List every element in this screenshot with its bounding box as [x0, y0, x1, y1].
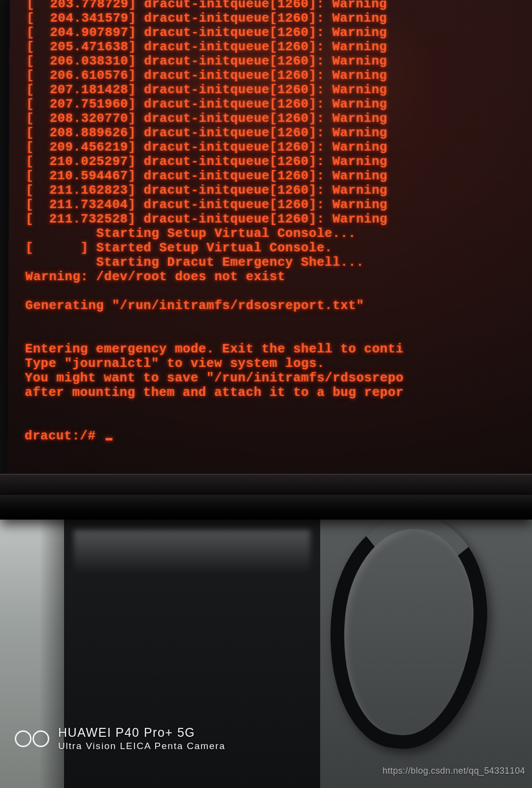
boot-log-line: [ 205.471638] dracut-initqueue[1260]: Wa… — [26, 40, 532, 54]
shell-prompt[interactable]: dracut:/# — [25, 429, 532, 443]
boot-log-line: Starting Setup Virtual Console... — [26, 227, 532, 241]
boot-log-line: [ 203.778729] dracut-initqueue[1260]: Wa… — [27, 0, 532, 11]
screen: [ 203.778729] dracut-initqueue[1260]: Wa… — [7, 0, 532, 483]
photo-scene: [ 203.778729] dracut-initqueue[1260]: Wa… — [0, 0, 532, 788]
boot-log-line — [25, 328, 532, 342]
boot-log-line: [ 210.025297] dracut-initqueue[1260]: Wa… — [26, 155, 532, 169]
boot-log-line — [25, 284, 532, 298]
terminal-output: [ 203.778729] dracut-initqueue[1260]: Wa… — [25, 0, 532, 443]
bezel-bottom-strip — [0, 474, 532, 494]
boot-log-line: [ ] Started Setup Virtual Console. — [26, 241, 532, 255]
boot-log-line: [ 211.162823] dracut-initqueue[1260]: Wa… — [26, 183, 532, 197]
boot-log-line: [ 208.320770] dracut-initqueue[1260]: Wa… — [26, 111, 532, 126]
watermark-line1: HUAWEI P40 Pro+ 5G — [58, 725, 226, 740]
cable-area — [320, 520, 532, 788]
boot-log-line: [ 208.889626] dracut-initqueue[1260]: Wa… — [26, 126, 532, 140]
monitor-bezel: [ 203.778729] dracut-initqueue[1260]: Wa… — [0, 0, 532, 495]
boot-log-line — [25, 415, 532, 429]
boot-log-line: Type "journalctl" to view system logs. — [25, 357, 532, 371]
camera-watermark: HUAWEI P40 Pro+ 5G Ultra Vision LEICA Pe… — [15, 725, 226, 752]
csdn-source-url: https://blog.csdn.net/qq_54331104 — [383, 766, 525, 776]
boot-log-line: [ 209.456219] dracut-initqueue[1260]: Wa… — [26, 140, 532, 155]
boot-log-line: [ 211.732528] dracut-initqueue[1260]: Wa… — [26, 212, 532, 227]
boot-log-line: Generating "/run/initramfs/rdsosreport.t… — [25, 298, 532, 313]
boot-log-line: after mounting them and attach it to a b… — [25, 386, 532, 400]
boot-log-line: Starting Dracut Emergency Shell... — [25, 255, 532, 269]
monitor-chin — [0, 495, 532, 520]
boot-log-line: [ 206.610576] dracut-initqueue[1260]: Wa… — [26, 68, 532, 83]
leica-icon — [15, 730, 49, 747]
boot-log-line: [ 204.341579] dracut-initqueue[1260]: Wa… — [27, 11, 532, 26]
rack-highlight — [74, 529, 310, 574]
boot-log-line: Entering emergency mode. Exit the shell … — [25, 342, 532, 356]
cursor — [105, 438, 112, 440]
boot-log-line: [ 211.732404] dracut-initqueue[1260]: Wa… — [26, 197, 532, 212]
display-cable — [318, 507, 498, 756]
monitor: [ 203.778729] dracut-initqueue[1260]: Wa… — [0, 0, 532, 520]
boot-log-line: [ 206.038310] dracut-initqueue[1260]: Wa… — [26, 54, 532, 68]
boot-log-line: [ 204.907897] dracut-initqueue[1260]: Wa… — [27, 26, 532, 40]
boot-log-line — [25, 313, 532, 328]
boot-log-line: [ 207.751960] dracut-initqueue[1260]: Wa… — [26, 97, 532, 111]
watermark-text: HUAWEI P40 Pro+ 5G Ultra Vision LEICA Pe… — [58, 725, 226, 752]
screen-glow — [124, 0, 438, 173]
boot-log-line: [ 210.594467] dracut-initqueue[1260]: Wa… — [26, 169, 532, 183]
boot-log-line: [ 207.181428] dracut-initqueue[1260]: Wa… — [26, 83, 532, 97]
watermark-line2: Ultra Vision LEICA Penta Camera — [58, 741, 226, 752]
boot-log-line: You might want to save "/run/initramfs/r… — [25, 371, 532, 385]
boot-log-line: Warning: /dev/root does not exist — [25, 270, 532, 284]
boot-log-line — [25, 400, 532, 414]
